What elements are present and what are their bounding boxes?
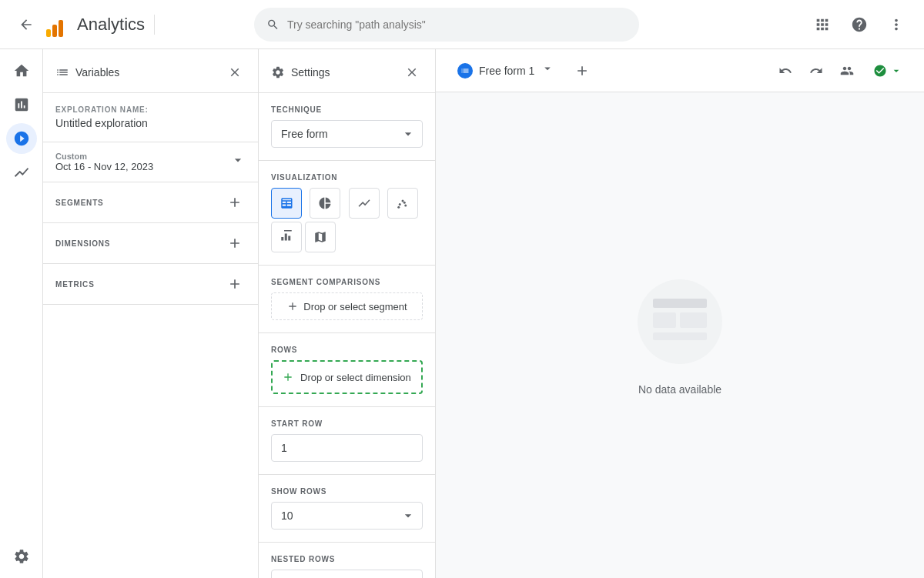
tab-dot — [457, 63, 473, 79]
start-row-section: START ROW — [259, 407, 435, 475]
search-bar[interactable] — [254, 8, 639, 42]
viz-bar-button[interactable] — [271, 222, 302, 252]
viz-scatter-button[interactable] — [387, 188, 418, 219]
data-area: No data available — [436, 92, 924, 578]
tab-label: Free form 1 — [479, 65, 534, 77]
sidebar-item-advertising[interactable] — [6, 157, 37, 188]
viz-row2 — [271, 222, 423, 252]
metrics-label: METRICS — [55, 280, 95, 289]
date-info: Custom Oct 16 - Nov 12, 2023 — [55, 152, 153, 172]
svg-rect-9 — [653, 332, 707, 340]
search-input[interactable] — [287, 18, 627, 31]
variables-title: Variables — [55, 65, 119, 79]
viz-donut-button[interactable] — [310, 188, 340, 219]
tab-dropdown-icon[interactable] — [541, 62, 554, 79]
apps-button[interactable] — [807, 9, 838, 40]
svg-point-3 — [397, 206, 400, 209]
date-label: Custom — [55, 152, 153, 161]
app-title: Analytics — [77, 15, 155, 35]
tab-free-form-1[interactable]: Free form 1 — [448, 57, 564, 84]
content-area: Free form 1 — [436, 49, 924, 578]
more-button[interactable] — [881, 9, 912, 40]
viz-map-button[interactable] — [305, 222, 336, 252]
settings-close-button[interactable] — [401, 62, 423, 83]
svg-rect-8 — [680, 312, 707, 328]
main-layout: Variables EXPLORATION NAME: Untitled exp… — [0, 49, 924, 578]
nested-rows-select[interactable]: No Yes — [271, 570, 423, 578]
variables-panel-header: Variables — [43, 49, 258, 93]
segments-label: SEGMENTS — [55, 199, 104, 207]
technique-label: TECHNIQUE — [271, 105, 423, 114]
metrics-add-button[interactable] — [224, 273, 246, 295]
redo-button[interactable] — [802, 57, 830, 85]
sidebar-item-home[interactable] — [6, 55, 37, 86]
drop-segment-button[interactable]: Drop or select segment — [271, 292, 423, 320]
segment-comparisons-section: SEGMENT COMPARISONS Drop or select segme… — [259, 266, 435, 333]
segments-add-button[interactable] — [224, 192, 246, 213]
back-button[interactable] — [12, 11, 40, 38]
svg-point-0 — [399, 203, 401, 205]
settings-panel-header: Settings — [259, 49, 435, 93]
svg-point-4 — [403, 202, 406, 204]
variables-panel: Variables EXPLORATION NAME: Untitled exp… — [43, 49, 259, 578]
tab-bar: Free form 1 — [436, 49, 924, 92]
variables-icon — [55, 65, 69, 79]
exploration-name-value: Untitled exploration — [55, 117, 246, 129]
date-value: Oct 16 - Nov 12, 2023 — [55, 161, 153, 172]
drop-dimension-icon — [282, 371, 294, 383]
dimensions-label: DIMENSIONS — [55, 239, 110, 248]
segments-section: SEGMENTS — [43, 182, 258, 223]
undo-button[interactable] — [772, 57, 799, 85]
drop-dimension-area[interactable]: Drop or select dimension — [271, 360, 423, 394]
date-dropdown-icon[interactable] — [230, 152, 246, 172]
logo-icon — [46, 12, 71, 37]
metrics-section: METRICS — [43, 264, 258, 305]
technique-select[interactable]: Free form Funnel exploration Path explor… — [271, 120, 423, 148]
svg-point-1 — [401, 200, 403, 202]
show-rows-select[interactable]: 10 25 50 100 250 500 — [271, 502, 423, 530]
exploration-name-section: EXPLORATION NAME: Untitled exploration — [43, 93, 258, 142]
share-button[interactable] — [833, 57, 861, 85]
drop-dimension-text: Drop or select dimension — [300, 372, 411, 383]
no-data-illustration — [618, 276, 742, 371]
side-nav-bottom — [6, 541, 37, 572]
technique-section: TECHNIQUE Free form Funnel exploration P… — [259, 93, 435, 161]
visualization-label: VISUALIZATION — [271, 173, 423, 182]
settings-title: Settings — [271, 65, 330, 79]
segment-comparisons-label: SEGMENT COMPARISONS — [271, 278, 423, 286]
svg-point-2 — [404, 205, 407, 207]
no-data-text: No data available — [638, 383, 721, 396]
exploration-name-label: EXPLORATION NAME: — [55, 105, 246, 114]
sidebar-item-explore[interactable] — [6, 123, 37, 154]
show-rows-section: SHOW ROWS 10 25 50 100 250 500 — [259, 475, 435, 543]
show-rows-label: SHOW ROWS — [271, 487, 423, 496]
svg-rect-6 — [653, 299, 707, 308]
settings-panel: Settings TECHNIQUE Free form Funnel expl… — [259, 49, 436, 578]
add-tab-button[interactable] — [570, 58, 594, 83]
date-section[interactable]: Custom Oct 16 - Nov 12, 2023 — [43, 142, 258, 182]
app-logo: Analytics — [46, 12, 161, 37]
sidebar-item-reports[interactable] — [6, 89, 37, 120]
rows-label: ROWS — [271, 346, 423, 354]
side-nav — [0, 49, 43, 578]
dimensions-section: DIMENSIONS — [43, 223, 258, 264]
sidebar-settings-button[interactable] — [6, 541, 37, 572]
top-nav: Analytics — [0, 0, 924, 49]
visualization-section: VISUALIZATION — [259, 161, 435, 266]
start-row-label: START ROW — [271, 419, 423, 428]
nested-rows-label: NESTED ROWS — [271, 555, 423, 563]
tab-actions — [772, 57, 912, 85]
nav-actions — [807, 9, 912, 40]
viz-grid — [271, 188, 423, 219]
variables-close-button[interactable] — [224, 62, 246, 83]
settings-icon — [271, 65, 285, 79]
search-icon — [266, 18, 280, 32]
dimensions-add-button[interactable] — [224, 232, 246, 254]
viz-line-button[interactable] — [349, 188, 380, 219]
help-button[interactable] — [844, 9, 875, 40]
nested-rows-section: NESTED ROWS No Yes — [259, 543, 435, 578]
save-button[interactable] — [864, 59, 912, 82]
viz-table-button[interactable] — [271, 188, 302, 219]
start-row-input[interactable] — [271, 434, 423, 462]
rows-section: ROWS Drop or select dimension — [259, 333, 435, 407]
